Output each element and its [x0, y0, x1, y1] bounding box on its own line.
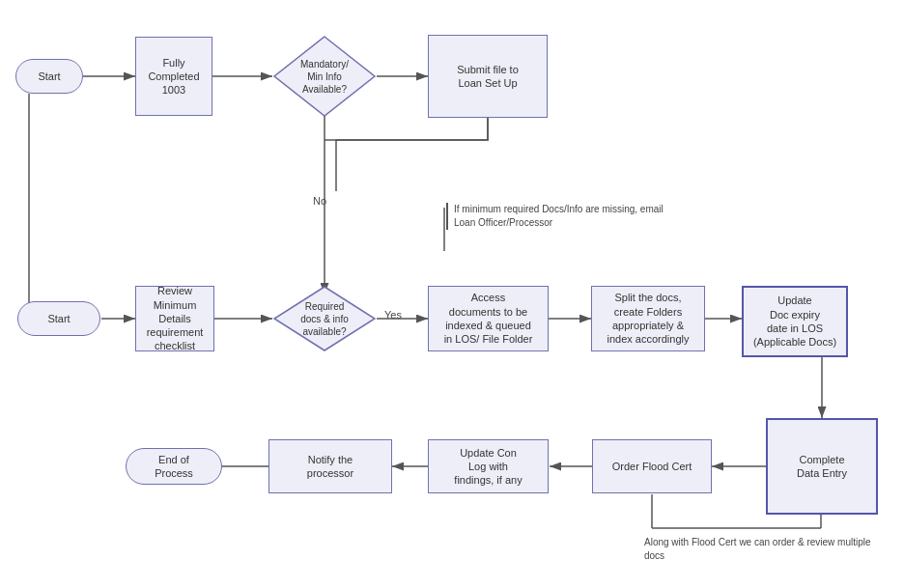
- missing-docs-note: If minimum required Docs/Info are missin…: [446, 203, 678, 230]
- order-flood-node: Order Flood Cert: [592, 439, 712, 493]
- update-doc-node: Update Doc expiry date in LOS (Applicabl…: [742, 286, 848, 357]
- complete-data-node: Complete Data Entry: [766, 418, 878, 515]
- notify-node: Notify the processor: [268, 439, 392, 493]
- required-docs-diamond: Requireddocs & infoavailable?: [272, 285, 377, 352]
- review-min-node: Review Minimum Details requirement check…: [135, 286, 214, 351]
- start-1-node: Start: [15, 59, 83, 94]
- yes-label: Yes: [379, 307, 408, 322]
- update-con-node: Update Con Log with findings, if any: [428, 439, 549, 493]
- flowchart: Start Fully Completed 1003 Mandatory/Min…: [0, 0, 904, 588]
- submit-file-node: Submit file to Loan Set Up: [428, 35, 548, 118]
- mandatory-diamond: Mandatory/Min InfoAvailable?: [272, 35, 377, 118]
- start-2-node: Start: [17, 301, 100, 336]
- access-docs-node: Access documents to be indexed & queued …: [428, 286, 549, 351]
- flood-note: Along with Flood Cert we can order & rev…: [644, 536, 890, 563]
- split-docs-node: Split the docs, create Folders appropria…: [591, 286, 705, 351]
- fully-completed-node: Fully Completed 1003: [135, 37, 212, 116]
- no-label: No: [305, 193, 334, 209]
- end-process-node: End of Process: [126, 448, 222, 485]
